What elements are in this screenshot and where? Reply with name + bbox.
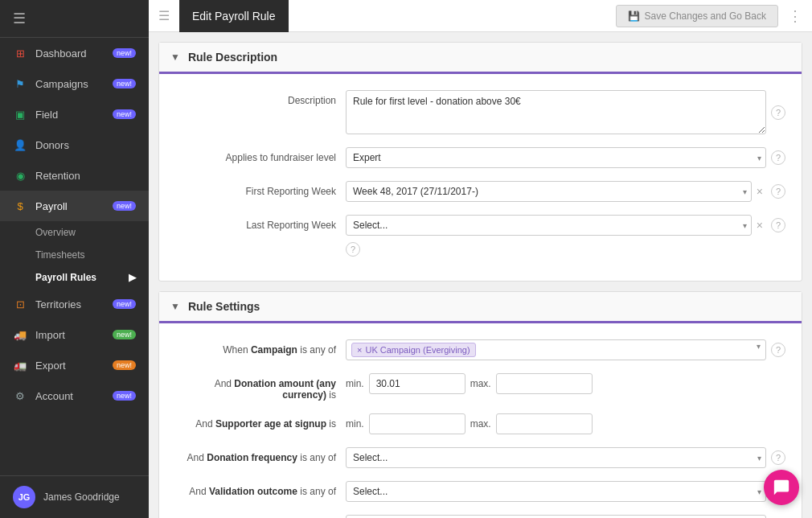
validation-status-select[interactable]: Select...	[346, 515, 766, 518]
donation-amount-row: And Donation amount (any currency) is mi…	[159, 367, 802, 407]
sidebar-item-payroll[interactable]: $ Payroll new!	[0, 191, 149, 221]
applies-to-row: Applies to fundraiser level Expert ▾ ?	[159, 141, 802, 175]
sidebar-item-timesheets[interactable]: Timesheets	[0, 244, 149, 266]
payroll-icon: $	[13, 199, 27, 213]
applies-to-select[interactable]: Expert	[346, 147, 766, 168]
rule-description-body: Description ? Applies to fundraiser leve…	[159, 74, 802, 281]
chat-bubble[interactable]	[764, 470, 799, 505]
supporter-age-row: And Supporter age at signup is min. max.	[159, 407, 802, 441]
save-changes-button[interactable]: 💾 Save Changes and Go Back	[616, 5, 778, 27]
sidebar-item-label: Field	[35, 109, 58, 121]
dashboard-icon: ⊞	[13, 46, 27, 60]
sidebar-item-field[interactable]: ▣ Field new!	[0, 99, 149, 130]
first-week-help-icon[interactable]: ?	[771, 184, 785, 199]
donors-icon: 👤	[13, 138, 27, 152]
last-reporting-week-select[interactable]: Select...	[346, 215, 752, 236]
rule-settings-collapse-icon[interactable]: ▼	[170, 301, 180, 312]
sidebar-item-account[interactable]: ⚙ Account new!	[0, 380, 149, 411]
first-week-clear-icon[interactable]: ×	[757, 185, 763, 198]
payroll-rules-arrow-icon: ▶	[129, 272, 136, 283]
territories-icon: ⊡	[13, 297, 27, 311]
supporter-min-input[interactable]	[369, 413, 465, 434]
sidebar-item-label: Import	[35, 329, 65, 341]
topbar-menu-left-icon[interactable]: ☰	[158, 8, 170, 23]
campaigns-badge: new!	[113, 79, 136, 88]
territories-badge: new!	[113, 299, 136, 309]
content-area: ▼ Rule Description Description ? Applies…	[149, 32, 812, 518]
field-badge: new!	[113, 109, 136, 119]
campaigns-icon: ⚑	[13, 76, 27, 91]
validation-status-label: And Validation outcome status is any of	[175, 515, 336, 518]
tag-remove-icon[interactable]: ×	[357, 345, 362, 355]
account-icon: ⚙	[13, 388, 27, 403]
sidebar-item-import[interactable]: 🚚 Import new!	[0, 319, 149, 350]
sidebar-item-export[interactable]: 🚛 Export new!	[0, 350, 149, 380]
supporter-age-label: And Supporter age at signup is	[175, 413, 336, 430]
topbar-menu-right-icon[interactable]: ⋮	[788, 7, 802, 25]
donation-freq-help-icon[interactable]: ?	[771, 450, 785, 465]
dashboard-badge: new!	[113, 48, 136, 58]
export-icon: 🚛	[13, 358, 27, 372]
donation-frequency-label: And Donation frequency is any of	[175, 447, 336, 463]
sidebar-item-payroll-rules[interactable]: Payroll Rules ▶	[0, 266, 149, 289]
field-icon: ▣	[13, 107, 27, 121]
campaign-row: When Campaign is any of × UK Campaign (E…	[159, 333, 802, 367]
campaign-help-icon[interactable]: ?	[771, 343, 785, 357]
payroll-badge: new!	[113, 201, 136, 211]
description-input[interactable]	[346, 90, 766, 134]
sidebar-footer: JG James Goodridge	[0, 475, 149, 518]
sidebar-item-territories[interactable]: ⊡ Territories new!	[0, 289, 149, 319]
sidebar: ☰ ⊞ Dashboard new! ⚑ Campaigns new! ▣ Fi…	[0, 0, 149, 518]
last-week-help-icon[interactable]: ?	[771, 218, 785, 232]
donation-frequency-select[interactable]: Select...	[346, 447, 766, 468]
rule-settings-title: Rule Settings	[188, 300, 260, 313]
topbar: ☰ Edit Payroll Rule 💾 Save Changes and G…	[149, 0, 812, 32]
applies-to-help-icon[interactable]: ?	[771, 150, 785, 165]
description-help-icon[interactable]: ?	[771, 105, 785, 120]
account-badge: new!	[113, 391, 136, 401]
sidebar-item-dashboard[interactable]: ⊞ Dashboard new!	[0, 38, 149, 68]
last-reporting-week-label: Last Reporting Week	[175, 215, 336, 231]
sidebar-item-label: Account	[35, 390, 73, 402]
donation-max-input[interactable]	[496, 373, 593, 394]
sidebar-item-label: Territories	[35, 298, 81, 310]
validation-outcome-row: And Validation outcome is any of Select.…	[159, 475, 802, 508]
last-week-clear-icon[interactable]: ×	[757, 219, 763, 232]
first-reporting-week-row: First Reporting Week Week 48, 2017 (27/1…	[159, 175, 802, 208]
user-name: James Goodridge	[43, 491, 120, 503]
description-row: Description ?	[159, 84, 802, 141]
rule-settings-header[interactable]: ▼ Rule Settings	[159, 292, 802, 323]
retention-icon: ◉	[13, 168, 27, 183]
rule-description-title: Rule Description	[188, 51, 277, 64]
sidebar-item-label: Payroll	[35, 200, 68, 212]
sidebar-item-campaigns[interactable]: ⚑ Campaigns new!	[0, 68, 149, 99]
sidebar-item-label: Export	[35, 360, 66, 372]
sidebar-toggle-icon[interactable]: ☰	[13, 10, 26, 27]
last-week-extra-help-icon[interactable]: ?	[346, 242, 360, 257]
campaign-dropdown-icon[interactable]: ▾	[757, 341, 761, 350]
validation-outcome-select[interactable]: Select...	[346, 481, 766, 502]
page-title: Edit Payroll Rule	[179, 0, 289, 32]
last-reporting-week-row: Last Reporting Week Select... ▾ × ?	[159, 208, 802, 242]
campaign-tag: × UK Campaign (Evergiving)	[351, 343, 476, 357]
donation-min-input[interactable]	[369, 373, 465, 394]
applies-to-label: Applies to fundraiser level	[175, 147, 336, 163]
sidebar-item-donors[interactable]: 👤 Donors	[0, 130, 149, 160]
validation-outcome-label: And Validation outcome is any of	[175, 481, 336, 497]
save-icon: 💾	[628, 10, 640, 22]
import-icon: 🚚	[13, 327, 27, 342]
donation-max-label: max.	[470, 378, 491, 389]
rule-settings-section: ▼ Rule Settings When Campaign is any of	[158, 291, 802, 518]
supporter-max-input[interactable]	[496, 413, 593, 434]
sidebar-header: ☰	[0, 0, 149, 38]
first-reporting-week-select[interactable]: Week 48, 2017 (27/11/2017-)	[346, 181, 752, 202]
supporter-max-label: max.	[470, 418, 491, 430]
sidebar-item-overview[interactable]: Overview	[0, 221, 149, 244]
validation-status-row: And Validation outcome status is any of …	[159, 508, 802, 518]
description-label: Description	[175, 90, 336, 106]
rule-description-header[interactable]: ▼ Rule Description	[159, 43, 802, 74]
rule-description-section: ▼ Rule Description Description ? Applies…	[158, 42, 802, 282]
sidebar-item-retention[interactable]: ◉ Retention	[0, 160, 149, 191]
sidebar-nav: ⊞ Dashboard new! ⚑ Campaigns new! ▣ Fiel…	[0, 38, 149, 475]
collapse-icon[interactable]: ▼	[170, 51, 180, 63]
